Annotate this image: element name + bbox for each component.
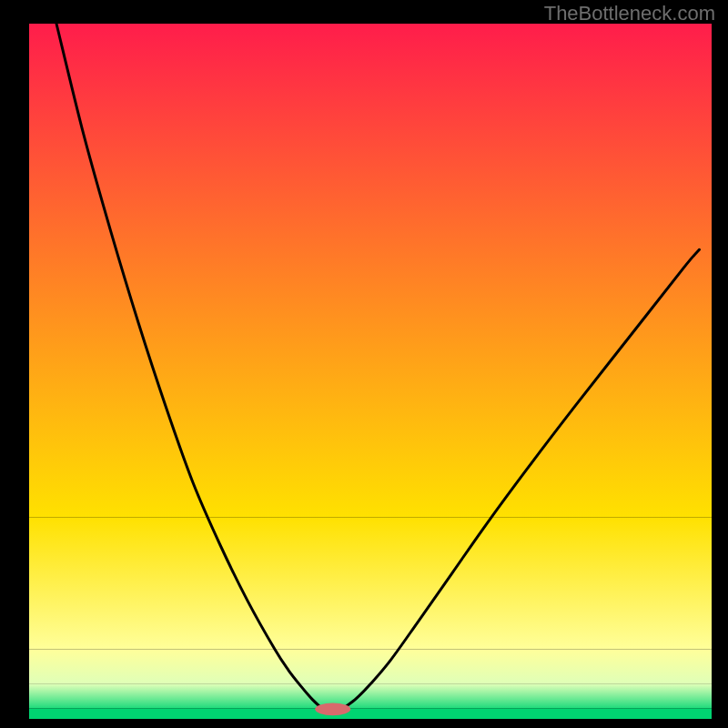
gradient-band bbox=[29, 684, 712, 709]
gradient-chart bbox=[0, 0, 728, 728]
gradient-band bbox=[29, 709, 712, 719]
gradient-band bbox=[29, 517, 712, 649]
gradient-band bbox=[29, 650, 712, 684]
gradient-band bbox=[29, 24, 712, 517]
dip-marker bbox=[315, 703, 350, 715]
chart-frame: TheBottleneck.com bbox=[0, 0, 728, 728]
watermark-text: TheBottleneck.com bbox=[544, 2, 715, 25]
